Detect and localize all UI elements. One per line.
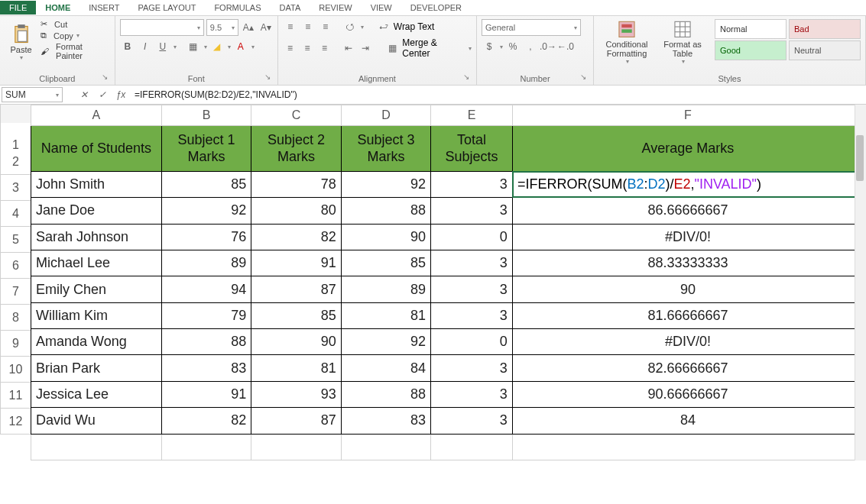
increase-indent-icon[interactable]: ⇥ xyxy=(358,40,374,56)
cell[interactable] xyxy=(431,434,513,460)
tab-insert[interactable]: INSERT xyxy=(79,1,128,15)
cell[interactable]: Subject 2 Marks xyxy=(251,126,341,172)
cell[interactable]: 92 xyxy=(161,198,251,224)
col-header[interactable]: D xyxy=(341,105,430,126)
tab-file[interactable]: FILE xyxy=(0,1,36,15)
active-cell[interactable]: =IFERROR(SUM(B2:D2)/E2,"INVALID") xyxy=(512,171,863,197)
cell[interactable] xyxy=(512,434,863,460)
dialog-launcher-icon[interactable]: ↘ xyxy=(99,73,110,83)
cell[interactable]: 3 xyxy=(431,381,513,407)
cell[interactable]: 87 xyxy=(251,408,341,434)
row-header[interactable]: 11 xyxy=(0,383,31,409)
number-format-combo[interactable]: General▾ xyxy=(482,19,581,36)
decrease-font-icon[interactable]: A▾ xyxy=(258,20,274,35)
italic-button[interactable]: I xyxy=(138,39,153,54)
align-right-icon[interactable]: ≡ xyxy=(317,40,332,56)
cell[interactable]: 81 xyxy=(251,355,341,381)
cell[interactable]: 78 xyxy=(251,171,341,197)
cell[interactable]: 88.33333333 xyxy=(512,250,863,276)
insert-function-icon[interactable]: ƒx xyxy=(112,89,130,100)
cell[interactable]: 83 xyxy=(161,355,251,381)
cell[interactable]: 87 xyxy=(251,276,341,302)
col-header[interactable]: F xyxy=(512,105,863,126)
cell[interactable]: 92 xyxy=(341,171,430,197)
scrollbar-thumb[interactable] xyxy=(856,135,864,181)
cell[interactable]: 3 xyxy=(431,171,513,197)
select-all-corner[interactable] xyxy=(0,105,31,124)
font-color-button[interactable]: A xyxy=(233,39,248,54)
cell-style-normal[interactable]: Normal xyxy=(715,19,787,39)
cell[interactable]: 81 xyxy=(341,302,430,328)
fill-color-button[interactable]: ◢ xyxy=(209,39,225,54)
increase-decimal-icon[interactable]: .0→ xyxy=(540,39,556,54)
bold-button[interactable]: B xyxy=(120,39,135,54)
col-header[interactable]: B xyxy=(161,105,251,126)
row-header[interactable]: 5 xyxy=(0,227,31,253)
col-header[interactable]: C xyxy=(251,105,341,126)
cell[interactable]: Total Subjects xyxy=(431,126,513,172)
cell[interactable]: 0 xyxy=(431,224,513,250)
font-size-combo[interactable]: 9.5▾ xyxy=(206,19,238,36)
cell[interactable]: 3 xyxy=(431,408,513,434)
orientation-icon[interactable]: ⭯ xyxy=(342,19,358,34)
copy-button[interactable]: ⧉ Copy▾ xyxy=(41,31,110,40)
align-top-icon[interactable]: ≡ xyxy=(283,19,298,34)
cell[interactable]: 91 xyxy=(251,250,341,276)
align-center-icon[interactable]: ≡ xyxy=(300,40,315,56)
cell[interactable]: 82.66666667 xyxy=(512,355,863,381)
dialog-launcher-icon[interactable]: ↘ xyxy=(578,73,589,83)
cell[interactable]: 3 xyxy=(431,355,513,381)
align-bottom-icon[interactable]: ≡ xyxy=(318,19,333,34)
cell-style-good[interactable]: Good xyxy=(715,40,787,60)
cell[interactable]: 82 xyxy=(251,224,341,250)
cell[interactable]: William Kim xyxy=(31,302,162,328)
cell[interactable]: 90 xyxy=(512,276,863,302)
cell[interactable]: 90 xyxy=(341,224,430,250)
row-header[interactable]: 9 xyxy=(0,331,31,357)
tab-page-layout[interactable]: PAGE LAYOUT xyxy=(128,1,205,15)
cell[interactable]: Jessica Lee xyxy=(31,381,162,407)
cell[interactable] xyxy=(161,434,251,460)
decrease-decimal-icon[interactable]: ←.0 xyxy=(558,39,573,54)
table-header-row[interactable]: Name of Students Subject 1 Marks Subject… xyxy=(31,126,864,172)
cell[interactable]: 90.66666667 xyxy=(512,381,863,407)
tab-data[interactable]: DATA xyxy=(271,1,310,15)
cell[interactable]: 88 xyxy=(161,329,251,355)
cell[interactable]: 0 xyxy=(431,329,513,355)
cell[interactable] xyxy=(31,434,162,460)
cell[interactable]: John Smith xyxy=(31,171,162,197)
column-headers[interactable]: A B C D E F xyxy=(31,105,864,126)
row-headers[interactable]: 1 2 3 4 5 6 7 8 9 10 11 12 xyxy=(0,105,31,460)
dialog-launcher-icon[interactable]: ↘ xyxy=(461,73,472,83)
cell[interactable]: 90 xyxy=(251,329,341,355)
cell[interactable]: Jane Doe xyxy=(31,198,162,224)
cell[interactable]: Brian Park xyxy=(31,355,162,381)
cell[interactable]: 76 xyxy=(161,224,251,250)
table-row[interactable]: Sarah Johnson7682900#DIV/0! xyxy=(31,224,864,250)
tab-view[interactable]: VIEW xyxy=(362,1,401,15)
cell[interactable] xyxy=(341,434,430,460)
tab-developer[interactable]: DEVELOPER xyxy=(401,1,471,15)
paste-button[interactable]: Paste▾ xyxy=(5,19,37,65)
tab-home[interactable]: HOME xyxy=(36,1,79,15)
enter-formula-icon[interactable]: ✓ xyxy=(93,89,112,100)
cell[interactable]: 89 xyxy=(341,276,430,302)
cell-style-bad[interactable]: Bad xyxy=(789,19,861,39)
row-header[interactable]: 12 xyxy=(0,409,31,435)
cell[interactable]: 3 xyxy=(431,250,513,276)
comma-button[interactable]: , xyxy=(523,39,538,54)
table-row[interactable]: Jane Doe928088386.66666667 xyxy=(31,198,864,224)
merge-center-button[interactable]: Merge & Center xyxy=(402,37,465,59)
cell[interactable]: 83 xyxy=(341,408,430,434)
format-as-table-button[interactable]: Format as Table▾ xyxy=(658,19,707,65)
cell[interactable]: Subject 3 Marks xyxy=(341,126,430,172)
cell[interactable]: Subject 1 Marks xyxy=(161,126,251,172)
table-row[interactable]: David Wu828783384 xyxy=(31,408,864,434)
cell[interactable]: 80 xyxy=(251,198,341,224)
row-header[interactable]: 10 xyxy=(0,357,31,383)
font-name-combo[interactable]: ▾ xyxy=(120,19,204,36)
table-row[interactable]: William Kim798581381.66666667 xyxy=(31,302,864,328)
table-row[interactable]: John Smith 85 78 92 3 =IFERROR(SUM(B2:D2… xyxy=(31,171,864,197)
cell[interactable]: 88 xyxy=(341,198,430,224)
wrap-text-button[interactable]: Wrap Text xyxy=(394,21,435,32)
